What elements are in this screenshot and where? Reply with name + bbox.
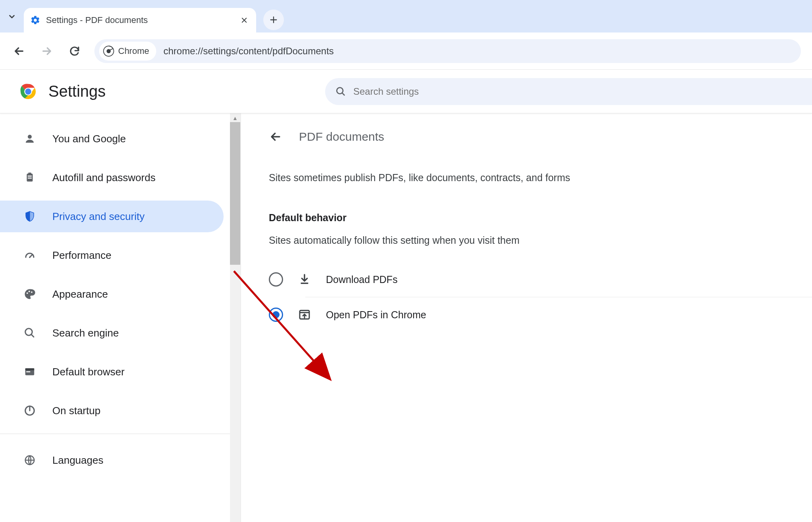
radio-selected[interactable] xyxy=(269,308,283,322)
person-icon xyxy=(23,133,36,145)
section-label: Default behavior xyxy=(269,212,812,224)
close-icon xyxy=(241,17,248,24)
power-icon xyxy=(23,405,36,417)
sidebar-divider xyxy=(0,434,230,434)
sidebar-item-performance[interactable]: Performance xyxy=(0,239,224,271)
clipboard-icon xyxy=(23,172,36,184)
option-label: Open PDFs in Chrome xyxy=(326,309,426,321)
option-label: Download PDFs xyxy=(326,274,398,285)
omnibox[interactable]: Chrome chrome://settings/content/pdfDocu… xyxy=(94,39,801,63)
sidebar-item-label: On startup xyxy=(52,405,100,417)
svg-point-6 xyxy=(28,135,32,139)
svg-rect-8 xyxy=(28,173,31,175)
back-to-privacy-button[interactable] xyxy=(269,130,282,143)
settings-search[interactable] xyxy=(325,78,812,105)
svg-point-14 xyxy=(31,291,33,293)
sidebar-item-label: You and Google xyxy=(52,133,126,145)
sidebar-item-label: Performance xyxy=(52,249,111,262)
sidebar-item-languages[interactable]: Languages xyxy=(0,444,224,476)
search-icon xyxy=(335,86,346,97)
browser-tab-strip: Settings - PDF documents xyxy=(0,0,812,33)
browser-toolbar: Chrome chrome://settings/content/pdfDocu… xyxy=(0,33,812,70)
sidebar-item-default-browser[interactable]: Default browser xyxy=(0,356,224,388)
gauge-icon xyxy=(23,249,36,261)
settings-header: Settings xyxy=(0,70,812,113)
open-in-browser-icon xyxy=(298,308,311,321)
sidebar-scrollbar[interactable]: ▲ xyxy=(230,113,240,522)
arrow-right-icon xyxy=(40,45,53,57)
tab-search-dropdown[interactable] xyxy=(0,5,24,29)
gear-icon xyxy=(30,15,40,25)
download-icon xyxy=(298,273,311,286)
sidebar-item-autofill[interactable]: Autofill and passwords xyxy=(0,162,224,193)
sidebar-item-label: Default browser xyxy=(52,366,124,378)
svg-rect-18 xyxy=(26,371,30,373)
page-title: PDF documents xyxy=(299,130,384,143)
chevron-down-icon xyxy=(8,12,16,21)
new-tab-button[interactable] xyxy=(263,10,284,30)
sidebar-item-privacy-security[interactable]: Privacy and security xyxy=(0,201,224,232)
scroll-up-arrow-icon: ▲ xyxy=(230,115,240,121)
reload-button[interactable] xyxy=(67,43,82,59)
sidebar-item-label: Autofill and passwords xyxy=(52,172,155,184)
tab-close-button[interactable] xyxy=(239,15,250,26)
tab-title: Settings - PDF documents xyxy=(46,15,233,25)
reload-icon xyxy=(69,45,80,57)
sidebar-item-you-and-google[interactable]: You and Google xyxy=(0,123,224,155)
page-description: Sites sometimes publish PDFs, like docum… xyxy=(269,172,812,184)
arrow-left-icon xyxy=(13,45,25,57)
sidebar-item-label: Privacy and security xyxy=(52,210,145,223)
back-button[interactable] xyxy=(11,43,27,59)
plus-icon xyxy=(269,15,278,24)
scrollbar-thumb[interactable] xyxy=(230,122,240,265)
chrome-logo-icon xyxy=(103,46,114,57)
settings-sidebar: You and Google Autofill and passwords Pr… xyxy=(0,113,230,522)
browser-icon xyxy=(23,366,36,378)
svg-rect-21 xyxy=(301,283,308,284)
shield-icon xyxy=(23,210,36,222)
browser-tab[interactable]: Settings - PDF documents xyxy=(24,8,256,33)
settings-content: PDF documents Sites sometimes publish PD… xyxy=(241,113,812,522)
sidebar-item-label: Languages xyxy=(52,454,103,467)
svg-point-11 xyxy=(29,256,31,258)
globe-icon xyxy=(23,454,36,466)
site-chip-label: Chrome xyxy=(118,46,149,56)
site-chip[interactable]: Chrome xyxy=(99,42,156,61)
svg-rect-9 xyxy=(28,176,32,177)
option-download-pdfs[interactable]: Download PDFs xyxy=(269,262,812,297)
svg-point-12 xyxy=(27,293,28,294)
chrome-logo-icon xyxy=(19,82,37,101)
settings-title: Settings xyxy=(48,82,106,100)
sidebar-item-appearance[interactable]: Appearance xyxy=(0,278,224,310)
sidebar-item-label: Search engine xyxy=(52,327,119,339)
forward-button[interactable] xyxy=(39,43,55,59)
option-open-in-chrome[interactable]: Open PDFs in Chrome xyxy=(269,297,812,332)
section-sub-description: Sites automatically follow this setting … xyxy=(269,235,812,246)
svg-point-13 xyxy=(29,291,30,292)
sidebar-item-label: Appearance xyxy=(52,288,108,300)
omnibox-url: chrome://settings/content/pdfDocuments xyxy=(160,46,334,57)
sidebar-item-on-startup[interactable]: On startup xyxy=(0,395,224,426)
svg-rect-17 xyxy=(25,368,34,370)
palette-icon xyxy=(23,288,36,300)
radio-unselected[interactable] xyxy=(269,272,283,287)
settings-search-input[interactable] xyxy=(353,86,802,97)
search-icon xyxy=(23,327,36,339)
sidebar-item-search-engine[interactable]: Search engine xyxy=(0,317,224,349)
arrow-left-icon xyxy=(269,130,282,143)
svg-rect-10 xyxy=(28,178,32,179)
